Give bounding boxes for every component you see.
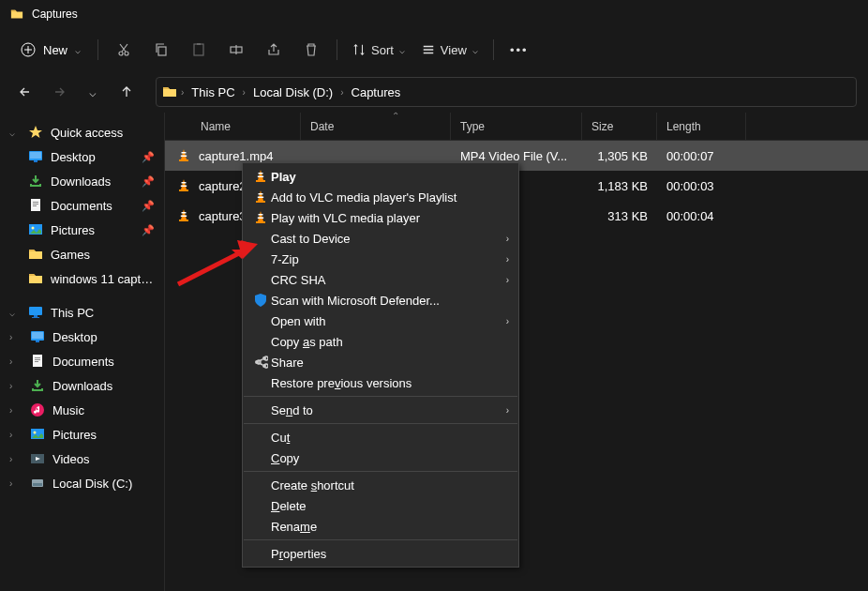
copy-icon bbox=[154, 42, 169, 57]
column-header-length[interactable]: Length bbox=[657, 113, 746, 140]
column-header-name[interactable]: Name bbox=[165, 113, 301, 140]
column-header-size[interactable]: Size bbox=[582, 113, 657, 140]
menu-item[interactable]: Create shortcut bbox=[243, 475, 518, 495]
menu-item[interactable]: Delete bbox=[243, 495, 518, 516]
chevron-right-icon: › bbox=[9, 405, 21, 416]
sidebar-item[interactable]: windows 11 captures by lathan bbox=[4, 266, 160, 291]
menu-item[interactable]: Share bbox=[243, 352, 518, 372]
chevron-right-icon: › bbox=[9, 478, 21, 489]
sidebar-item-label: Music bbox=[52, 403, 155, 417]
sidebar-item[interactable]: Games bbox=[4, 242, 160, 266]
menu-label: Restore previous versions bbox=[271, 376, 490, 390]
view-label: View bbox=[441, 43, 467, 57]
menu-item[interactable]: Send to› bbox=[243, 400, 518, 420]
list-icon bbox=[422, 43, 435, 56]
menu-label: Share bbox=[271, 356, 490, 370]
menu-item[interactable]: Restore previous versions bbox=[243, 372, 518, 393]
pin-icon: 📌 bbox=[142, 175, 155, 188]
view-dropdown[interactable]: View ⌵ bbox=[414, 38, 486, 63]
menu-label: Open with bbox=[271, 314, 490, 328]
chevron-right-icon: › bbox=[9, 356, 21, 367]
sidebar-quick-access[interactable]: ⌵ Quick access bbox=[4, 120, 160, 144]
menu-label: Send to bbox=[271, 403, 490, 417]
menu-label: Properties bbox=[271, 547, 490, 561]
sidebar-item-label: Videos bbox=[52, 452, 155, 466]
chevron-down-icon: ⌵ bbox=[472, 45, 478, 55]
sidebar-item-label: Pictures bbox=[51, 223, 134, 237]
more-button[interactable]: ••• bbox=[501, 33, 537, 67]
sidebar-item[interactable]: Downloads📌 bbox=[4, 169, 160, 193]
chevron-down-icon: ⌵ bbox=[75, 45, 81, 55]
sidebar-item-label: Pictures bbox=[52, 428, 155, 442]
vlc-icon bbox=[176, 178, 191, 193]
shield-icon bbox=[253, 293, 268, 308]
cut-button[interactable] bbox=[106, 33, 142, 67]
sidebar-item-label: Games bbox=[51, 248, 155, 262]
menu-item[interactable]: Rename bbox=[243, 516, 518, 537]
menu-item[interactable]: Cut bbox=[243, 427, 518, 447]
menu-item[interactable]: Open with› bbox=[243, 311, 518, 331]
delete-button[interactable] bbox=[293, 33, 329, 67]
sidebar-this-pc[interactable]: ⌵ This PC bbox=[4, 300, 160, 325]
sidebar-item[interactable]: ›Music bbox=[4, 398, 160, 422]
sort-dropdown[interactable]: Sort ⌵ bbox=[345, 38, 412, 63]
ellipsis-icon: ••• bbox=[510, 43, 529, 57]
menu-label: 7-Zip bbox=[271, 252, 490, 266]
svg-rect-25 bbox=[158, 47, 166, 55]
copy-button[interactable] bbox=[143, 33, 179, 67]
sidebar-item[interactable]: ›Pictures bbox=[4, 422, 160, 447]
sidebar-item-label: Downloads bbox=[52, 379, 155, 393]
chevron-down-icon: ⌵ bbox=[399, 45, 405, 55]
documents-icon bbox=[30, 354, 45, 369]
column-header-date[interactable]: Date bbox=[301, 113, 451, 140]
sidebar-item[interactable]: ›Videos bbox=[4, 447, 160, 471]
context-menu: PlayAdd to VLC media player's PlaylistPl… bbox=[242, 162, 519, 568]
paste-button[interactable] bbox=[181, 33, 217, 67]
menu-label: Cut bbox=[271, 431, 490, 445]
menu-item[interactable]: Scan with Microsoft Defender... bbox=[243, 290, 518, 311]
breadcrumb-item[interactable]: Captures bbox=[348, 82, 405, 103]
sidebar-item[interactable]: Desktop📌 bbox=[4, 144, 160, 169]
address-bar[interactable]: › This PC › Local Disk (D:) › Captures bbox=[156, 77, 857, 107]
sidebar-item[interactable]: Documents📌 bbox=[4, 193, 160, 218]
menu-label: Rename bbox=[271, 520, 490, 534]
menu-item[interactable]: 7-Zip› bbox=[243, 249, 518, 269]
forward-button[interactable] bbox=[45, 78, 73, 106]
menu-label: Play with VLC media player bbox=[271, 211, 490, 225]
folder-icon bbox=[9, 8, 24, 21]
arrow-right-icon bbox=[52, 84, 67, 99]
chevron-right-icon: › bbox=[340, 87, 343, 98]
column-header-type[interactable]: Type bbox=[451, 113, 582, 140]
menu-item[interactable]: Copy bbox=[243, 447, 518, 468]
sidebar-item[interactable]: ›Documents bbox=[4, 349, 160, 373]
star-icon bbox=[28, 125, 43, 140]
share-button[interactable] bbox=[256, 33, 292, 67]
chevron-down-icon: ⌵ bbox=[89, 85, 97, 99]
menu-label: Copy bbox=[271, 451, 490, 465]
menu-item[interactable]: Play bbox=[243, 166, 518, 187]
folder-icon bbox=[162, 84, 177, 99]
sidebar-item[interactable]: ›Local Disk (C:) bbox=[4, 471, 160, 495]
menu-item[interactable]: Add to VLC media player's Playlist bbox=[243, 187, 518, 207]
sidebar-item[interactable]: ›Desktop bbox=[4, 325, 160, 349]
pin-icon: 📌 bbox=[142, 224, 155, 236]
back-button[interactable] bbox=[11, 78, 39, 106]
menu-label: Add to VLC media player's Playlist bbox=[271, 190, 490, 205]
chevron-right-icon: › bbox=[181, 87, 184, 98]
menu-item[interactable]: Copy as path bbox=[243, 331, 518, 352]
sidebar-item[interactable]: ›Downloads bbox=[4, 373, 160, 398]
sidebar-item[interactable]: Pictures📌 bbox=[4, 218, 160, 242]
scissors-icon bbox=[116, 42, 131, 57]
menu-item[interactable]: Cast to Device› bbox=[243, 228, 518, 249]
breadcrumb-item[interactable]: This PC bbox=[187, 82, 238, 103]
recent-button[interactable]: ⌵ bbox=[79, 78, 107, 106]
menu-item[interactable]: Play with VLC media player bbox=[243, 207, 518, 228]
vlc-icon bbox=[253, 189, 268, 205]
arrow-left-icon bbox=[18, 84, 33, 99]
menu-item[interactable]: CRC SHA› bbox=[243, 269, 518, 290]
menu-item[interactable]: Properties bbox=[243, 543, 518, 564]
up-button[interactable] bbox=[112, 78, 141, 106]
breadcrumb-item[interactable]: Local Disk (D:) bbox=[249, 82, 337, 103]
new-button[interactable]: New ⌵ bbox=[11, 37, 90, 63]
rename-button[interactable] bbox=[218, 33, 254, 67]
